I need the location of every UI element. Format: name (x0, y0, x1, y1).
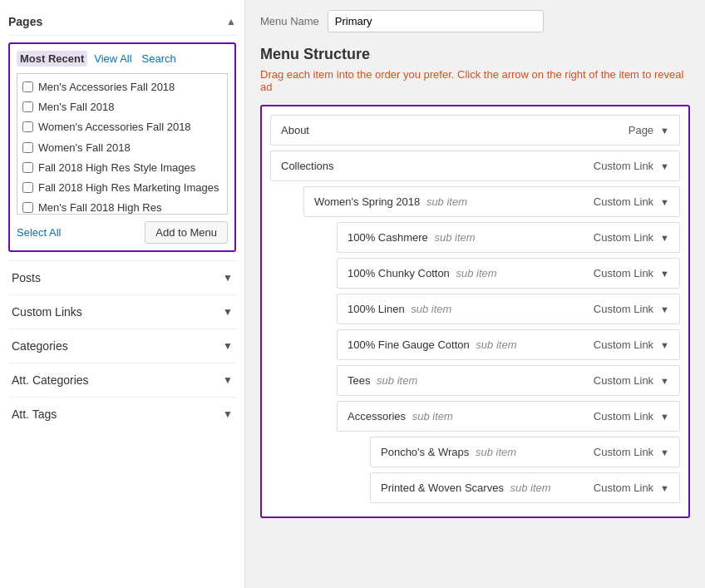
menu-item-collections-type: Custom Link (594, 160, 653, 172)
accordion-att-categories: Att. Categories ▼ (8, 363, 236, 397)
accordion-custom-links-header[interactable]: Custom Links ▼ (8, 295, 236, 329)
menu-item-scarves: Printed & Woven Scarves sub item Custom … (370, 472, 680, 503)
menu-item-ponchos-right: Custom Link ▼ (594, 446, 669, 458)
menu-item-tees-type: Custom Link (594, 374, 653, 387)
pages-box: Most Recent View All Search Men's Access… (8, 42, 236, 252)
pages-header: Pages ▲ (8, 8, 236, 36)
page-checkbox-5[interactable] (22, 182, 33, 193)
list-item: Men's Accessories Fall 2018 (21, 77, 224, 97)
page-label-4: Fall 2018 High Res Style Images (38, 161, 195, 175)
list-item: Women's Accessories Fall 2018 (21, 117, 224, 137)
menu-item-fine-gauge-right: Custom Link ▼ (594, 338, 669, 351)
menu-item-accessories-type: Custom Link (594, 410, 653, 422)
accordion-custom-links: Custom Links ▼ (8, 294, 236, 329)
accordion-categories-header[interactable]: Categories ▼ (8, 329, 236, 363)
page-checkbox-3[interactable] (22, 142, 33, 153)
menu-item-womens-spring-type: Custom Link (594, 195, 653, 208)
menu-structure-hint: Drag each item into the order you prefer… (260, 68, 690, 93)
chevron-down-icon[interactable]: ▼ (660, 447, 669, 457)
ponchos-text: Poncho's & Wraps (381, 446, 469, 458)
menu-name-input[interactable] (328, 10, 544, 32)
page-label-1: Men's Fall 2018 (38, 100, 114, 115)
ponchos-sub-label: sub item (476, 446, 516, 458)
accordion-posts-header[interactable]: Posts ▼ (8, 261, 236, 294)
accordion-att-tags-header[interactable]: Att. Tags ▼ (8, 398, 236, 431)
chevron-down-icon[interactable]: ▼ (660, 269, 669, 279)
chevron-down-icon[interactable]: ▼ (660, 483, 669, 493)
tab-most-recent[interactable]: Most Recent (17, 51, 87, 67)
chevron-down-icon: ▼ (223, 340, 233, 352)
menu-item-ponchos-label: Poncho's & Wraps sub item (381, 446, 516, 458)
page-label-5: Fall 2018 High Res Marketing Images (38, 180, 219, 195)
page-checkbox-6[interactable] (22, 202, 33, 213)
chevron-down-icon: ▼ (223, 374, 233, 386)
chevron-down-icon[interactable]: ▼ (660, 233, 669, 243)
tees-sub-label: sub item (377, 374, 417, 387)
accordion-att-tags-label: Att. Tags (12, 408, 57, 421)
right-panel: Menu Name Menu Structure Drag each item … (245, 0, 705, 588)
chevron-down-icon: ▼ (223, 306, 233, 318)
menu-item-cashmere: 100% Cashmere sub item Custom Link ▼ (337, 222, 680, 253)
accordion-posts-label: Posts (12, 271, 41, 284)
menu-item-accessories: Accessories sub item Custom Link ▼ (337, 401, 680, 432)
page-label-6: Men's Fall 2018 High Res (38, 200, 161, 215)
menu-name-label: Menu Name (260, 15, 319, 27)
menu-item-cashmere-right: Custom Link ▼ (594, 231, 669, 244)
menu-structure-title: Menu Structure (260, 46, 690, 63)
cashmere-sub-label: sub item (434, 231, 475, 244)
list-item: Men's Fall 2018 (21, 97, 224, 117)
accordion-categories-label: Categories (12, 339, 68, 353)
scarves-text: Printed & Woven Scarves (381, 482, 504, 494)
pages-list: Men's Accessories Fall 2018 Men's Fall 2… (17, 73, 228, 215)
chevron-down-icon[interactable]: ▼ (660, 376, 669, 386)
chunky-cotton-sub-label: sub item (456, 267, 496, 279)
select-all-link[interactable]: Select All (17, 226, 61, 239)
menu-item-linen-right: Custom Link ▼ (594, 303, 669, 315)
menu-item-about: About Page ▼ (270, 115, 680, 146)
page-label-2: Women's Accessories Fall 2018 (38, 120, 191, 135)
fine-gauge-text: 100% Fine Gauge Cotton (348, 338, 470, 351)
panel-title: Pages (8, 15, 42, 28)
menu-item-linen: 100% Linen sub item Custom Link ▼ (337, 294, 680, 324)
fine-gauge-sub-label: sub item (476, 338, 516, 351)
panel-toggle-arrow[interactable]: ▲ (226, 16, 236, 27)
chevron-down-icon[interactable]: ▼ (660, 340, 669, 350)
menu-item-womens-spring-right: Custom Link ▼ (594, 195, 669, 208)
left-panel: Pages ▲ Most Recent View All Search Men'… (0, 0, 245, 588)
chevron-down-icon[interactable]: ▼ (660, 197, 669, 207)
menu-item-fine-gauge-type: Custom Link (594, 338, 653, 351)
menu-item-ponchos-type: Custom Link (594, 446, 653, 458)
chevron-down-icon[interactable]: ▼ (660, 412, 669, 422)
page-checkbox-4[interactable] (22, 162, 33, 173)
chunky-cotton-text: 100% Chunky Cotton (348, 267, 450, 279)
menu-item-scarves-label: Printed & Woven Scarves sub item (381, 482, 551, 494)
tab-search[interactable]: Search (139, 51, 180, 67)
menu-item-chunky-cotton-right: Custom Link ▼ (594, 267, 669, 279)
accordion-categories: Categories ▼ (8, 329, 236, 363)
menu-item-chunky-cotton: 100% Chunky Cotton sub item Custom Link … (337, 258, 680, 289)
menu-item-cashmere-label: 100% Cashmere sub item (348, 231, 476, 244)
menu-item-scarves-type: Custom Link (594, 482, 653, 494)
chevron-down-icon[interactable]: ▼ (660, 126, 669, 136)
page-checkbox-2[interactable] (22, 121, 33, 132)
menu-item-accessories-label: Accessories sub item (348, 410, 453, 422)
accordion-att-categories-header[interactable]: Att. Categories ▼ (8, 363, 236, 397)
menu-item-ponchos: Poncho's & Wraps sub item Custom Link ▼ (370, 437, 680, 467)
accordion-posts: Posts ▼ (8, 260, 236, 294)
menu-item-collections: Collections Custom Link ▼ (270, 151, 680, 181)
page-checkbox-1[interactable] (22, 101, 33, 112)
add-to-menu-button[interactable]: Add to Menu (145, 221, 228, 244)
accessories-text: Accessories (348, 410, 406, 422)
menu-item-about-label: About (281, 124, 309, 136)
menu-item-chunky-cotton-type: Custom Link (594, 267, 653, 279)
menu-item-womens-spring: Women's Spring 2018 sub item Custom Link… (303, 186, 680, 217)
menu-item-about-right: Page ▼ (629, 124, 669, 136)
page-checkbox-0[interactable] (22, 82, 33, 92)
menu-item-accessories-right: Custom Link ▼ (594, 410, 669, 422)
tab-view-all[interactable]: View All (91, 51, 135, 67)
page-label-0: Men's Accessories Fall 2018 (38, 80, 175, 95)
menu-item-linen-label: 100% Linen sub item (348, 303, 451, 315)
chevron-down-icon[interactable]: ▼ (660, 304, 669, 314)
chevron-down-icon[interactable]: ▼ (660, 161, 669, 171)
list-item: Fall 2018 High Res Marketing Images (21, 178, 224, 198)
